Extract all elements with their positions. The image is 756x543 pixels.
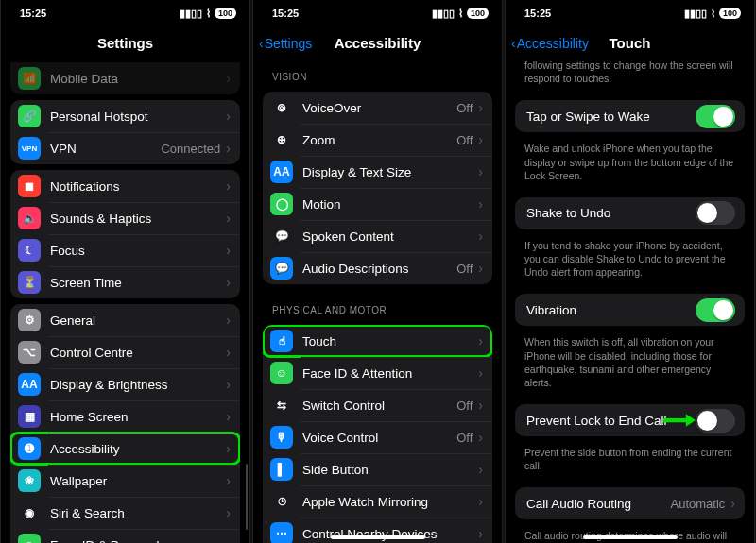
row-label: Notifications [50,179,222,194]
row-label: Mobile Data [50,72,222,86]
page-title: Accessibility [335,35,421,51]
list-row[interactable]: 🎙 Voice Control Off› [263,421,492,453]
annotation-arrow-icon [663,412,696,429]
row-label: Side Button [302,463,474,477]
toggle-switch[interactable] [696,298,735,322]
row-label: Tap or Swipe to Wake [526,110,696,124]
toggle-row: Vibration [515,294,745,326]
row-label: Personal Hotspot [50,110,222,124]
list-row[interactable]: 💬 Spoken Content › [263,220,492,252]
section-header-vision: VISION [259,57,496,86]
list-row[interactable]: 💬 Audio Descriptions Off› [263,252,492,284]
toggle-switch[interactable] [696,105,735,128]
chevron-right-icon: › [478,196,483,212]
settings-root-screen: 15:25 ▮▮▯▯ ⌇ 100 Settings 📶 Mobile Data … [0,0,250,543]
chevron-right-icon: › [478,494,483,509]
grid-icon: ▦ [18,405,41,428]
list-row[interactable]: ⊕ Zoom Off› [263,124,492,156]
chevron-right-icon: › [478,261,483,276]
row-label: Shake to Undo [526,206,696,220]
list-row[interactable]: ▦ Home Screen › [10,400,240,433]
chevron-right-icon: › [226,345,231,360]
back-button[interactable]: ‹ Accessibility [511,36,589,51]
list-row[interactable]: 🔗 Personal Hotspot › [10,100,240,132]
toggle-switch[interactable] [696,201,735,225]
list-row[interactable]: ☺︎ Face ID & Attention › [263,357,492,389]
list-row[interactable]: ☾ Focus › [10,234,240,266]
settings-list[interactable]: 📶 Mobile Data › 🔗 Personal Hotspot › VPN… [1,57,249,543]
list-row[interactable]: VPN VPN Connected› [10,132,240,164]
status-time: 15:25 [524,8,551,19]
antenna-icon: 📶 [18,67,41,90]
row-label: Audio Descriptions [302,262,456,276]
list-row[interactable]: ◼︎ Notifications › [10,170,240,202]
list-row[interactable]: ▌ Side Button › [263,453,492,485]
chevron-right-icon: › [226,178,231,194]
accessibility-screen: 15:25 ▮▮▯▯ ⌇ 100 ‹ Settings Accessibilit… [252,0,503,543]
touch-list[interactable]: following settings to change how the scr… [506,57,754,543]
scrollbar[interactable] [246,464,249,530]
row-value: Off [456,262,472,276]
list-row[interactable]: 🔈 Sounds & Haptics › [10,202,240,234]
list-row[interactable]: 📶 Mobile Data › [10,62,240,94]
toggle-row: Tap or Swipe to Wake [515,100,745,132]
toggle-switch[interactable] [696,409,735,433]
row-value: Off [456,101,472,115]
row-label: Siri & Search [50,506,222,520]
back-button[interactable]: ‹ Settings [259,36,312,51]
row-footer: Wake and unlock iPhone when you tap the … [511,138,748,192]
row-label: Focus [50,244,222,258]
intro-text: following settings to change how the scr… [511,57,748,94]
list-row[interactable]: ⊚ VoiceOver Off› [263,92,492,124]
accessibility-list[interactable]: VISION ⊚ VoiceOver Off› ⊕ Zoom Off› AA D… [253,57,502,543]
list-row[interactable]: ☺︎ Face ID & Passcode › [10,529,240,543]
speech-icon: 💬 [270,225,293,247]
faceid-icon: ☺︎ [18,534,41,543]
row-footer: When this switch is off, all vibration o… [511,331,748,399]
chevron-right-icon: › [226,537,231,543]
row-label: Sounds & Haptics [50,212,222,226]
zoom-icon: ⊕ [270,128,293,151]
nav-row[interactable]: Call Audio Routing Automatic › [515,487,745,519]
row-value: Connected [161,142,220,156]
list-row[interactable]: AA Display & Text Size › [263,156,492,188]
list-row[interactable]: ❀ Wallpaper › [10,465,240,497]
battery-indicator: 100 [215,8,236,19]
list-row[interactable]: ⏳ Screen Time › [10,266,240,298]
hourglass-icon: ⏳ [18,271,41,294]
status-bar: 15:25 ▮▮▯▯ ⌇ 100 [253,0,502,19]
list-row[interactable]: AA Display & Brightness › [10,368,240,400]
switches-icon: ⌥ [18,341,41,364]
page-title: Settings [97,35,153,51]
chevron-right-icon: › [478,229,483,244]
chevron-right-icon: › [226,141,231,156]
cellular-icon: ▮▮▯▯ [684,8,707,20]
list-row[interactable]: ⌚︎ Apple Watch Mirroring › [263,485,492,518]
row-value: Automatic [671,497,726,511]
svg-marker-1 [686,414,696,427]
wifi-icon: ⌇ [711,8,715,20]
touch-screen: 15:25 ▮▮▯▯ ⌇ 100 ‹ Accessibility Touch f… [505,0,755,543]
list-row[interactable]: ☝︎ Touch › [263,325,492,357]
list-row[interactable]: ◯ Motion › [263,188,492,220]
home-indicator[interactable] [331,535,425,539]
speaker-icon: 🔈 [18,207,41,229]
battery-indicator: 100 [719,8,741,19]
wallpaper-icon: ❀ [18,469,41,492]
status-bar: 15:25 ▮▮▯▯ ⌇ 100 [506,0,754,19]
bell-icon: ◼︎ [18,175,41,197]
chevron-right-icon: › [226,71,231,86]
list-row[interactable]: ⚙︎ General › [10,304,240,336]
chevron-right-icon: › [226,377,231,392]
list-row[interactable]: ➊ Accessibility › [10,433,240,465]
vpn-icon: VPN [18,137,41,160]
chevron-right-icon: › [226,313,231,328]
chevron-right-icon: › [226,505,231,520]
row-label: Face ID & Passcode [50,538,222,544]
list-row[interactable]: ◉ Siri & Search › [10,497,240,529]
row-label: Call Audio Routing [526,497,671,511]
list-row[interactable]: ⇆ Switch Control Off› [263,389,492,421]
home-indicator[interactable] [583,535,678,539]
chevron-left-icon: ‹ [259,36,264,51]
list-row[interactable]: ⌥ Control Centre › [10,336,240,368]
